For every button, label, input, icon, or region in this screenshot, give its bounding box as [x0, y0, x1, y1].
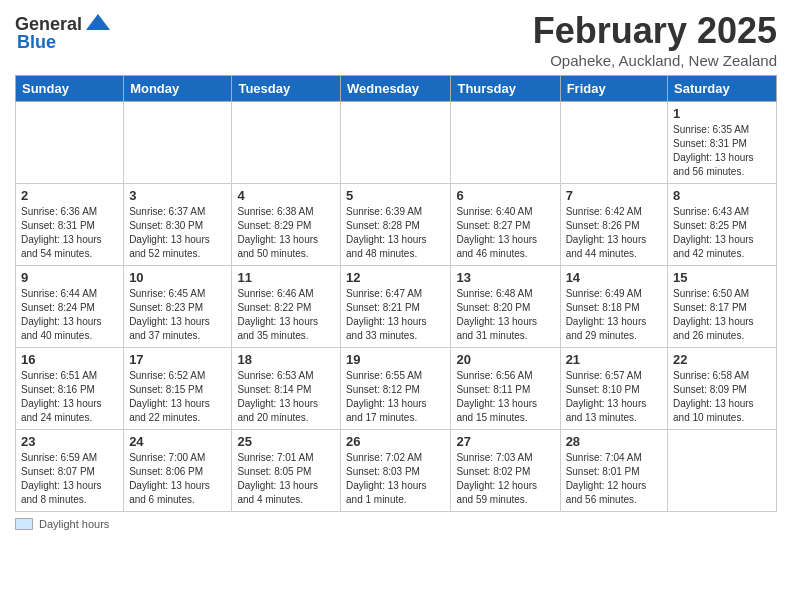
calendar-cell: 24Sunrise: 7:00 AM Sunset: 8:06 PM Dayli… [124, 430, 232, 512]
day-number: 28 [566, 434, 662, 449]
day-number: 21 [566, 352, 662, 367]
day-info: Sunrise: 6:39 AM Sunset: 8:28 PM Dayligh… [346, 205, 445, 261]
calendar-cell: 23Sunrise: 6:59 AM Sunset: 8:07 PM Dayli… [16, 430, 124, 512]
day-info: Sunrise: 6:52 AM Sunset: 8:15 PM Dayligh… [129, 369, 226, 425]
day-number: 15 [673, 270, 771, 285]
calendar-cell [124, 102, 232, 184]
calendar-cell [341, 102, 451, 184]
calendar-cell: 3Sunrise: 6:37 AM Sunset: 8:30 PM Daylig… [124, 184, 232, 266]
calendar-week-1: 1Sunrise: 6:35 AM Sunset: 8:31 PM Daylig… [16, 102, 777, 184]
calendar-cell: 15Sunrise: 6:50 AM Sunset: 8:17 PM Dayli… [668, 266, 777, 348]
logo-blue: Blue [17, 32, 56, 53]
day-number: 18 [237, 352, 335, 367]
day-number: 23 [21, 434, 118, 449]
calendar-cell: 2Sunrise: 6:36 AM Sunset: 8:31 PM Daylig… [16, 184, 124, 266]
day-info: Sunrise: 6:58 AM Sunset: 8:09 PM Dayligh… [673, 369, 771, 425]
calendar-cell: 27Sunrise: 7:03 AM Sunset: 8:02 PM Dayli… [451, 430, 560, 512]
day-info: Sunrise: 6:51 AM Sunset: 8:16 PM Dayligh… [21, 369, 118, 425]
day-number: 7 [566, 188, 662, 203]
calendar-cell [232, 102, 341, 184]
calendar-week-2: 2Sunrise: 6:36 AM Sunset: 8:31 PM Daylig… [16, 184, 777, 266]
calendar-table: SundayMondayTuesdayWednesdayThursdayFrid… [15, 75, 777, 512]
day-number: 22 [673, 352, 771, 367]
day-info: Sunrise: 6:42 AM Sunset: 8:26 PM Dayligh… [566, 205, 662, 261]
day-info: Sunrise: 6:35 AM Sunset: 8:31 PM Dayligh… [673, 123, 771, 179]
weekday-header-row: SundayMondayTuesdayWednesdayThursdayFrid… [16, 76, 777, 102]
calendar-cell [16, 102, 124, 184]
day-number: 11 [237, 270, 335, 285]
logo: General Blue [15, 10, 112, 53]
calendar-cell: 9Sunrise: 6:44 AM Sunset: 8:24 PM Daylig… [16, 266, 124, 348]
month-year-title: February 2025 [533, 10, 777, 52]
weekday-header-sunday: Sunday [16, 76, 124, 102]
calendar-week-4: 16Sunrise: 6:51 AM Sunset: 8:16 PM Dayli… [16, 348, 777, 430]
calendar-cell [451, 102, 560, 184]
day-info: Sunrise: 7:02 AM Sunset: 8:03 PM Dayligh… [346, 451, 445, 507]
logo-icon [84, 10, 112, 38]
day-info: Sunrise: 6:53 AM Sunset: 8:14 PM Dayligh… [237, 369, 335, 425]
day-info: Sunrise: 6:47 AM Sunset: 8:21 PM Dayligh… [346, 287, 445, 343]
day-number: 4 [237, 188, 335, 203]
day-number: 24 [129, 434, 226, 449]
page: General Blue February 2025 Opaheke, Auck… [0, 0, 792, 540]
day-info: Sunrise: 6:59 AM Sunset: 8:07 PM Dayligh… [21, 451, 118, 507]
calendar-week-5: 23Sunrise: 6:59 AM Sunset: 8:07 PM Dayli… [16, 430, 777, 512]
day-number: 6 [456, 188, 554, 203]
day-number: 13 [456, 270, 554, 285]
day-number: 19 [346, 352, 445, 367]
day-info: Sunrise: 6:36 AM Sunset: 8:31 PM Dayligh… [21, 205, 118, 261]
day-info: Sunrise: 6:50 AM Sunset: 8:17 PM Dayligh… [673, 287, 771, 343]
svg-rect-1 [95, 24, 101, 30]
day-number: 1 [673, 106, 771, 121]
weekday-header-wednesday: Wednesday [341, 76, 451, 102]
day-number: 12 [346, 270, 445, 285]
day-info: Sunrise: 6:48 AM Sunset: 8:20 PM Dayligh… [456, 287, 554, 343]
calendar-cell: 19Sunrise: 6:55 AM Sunset: 8:12 PM Dayli… [341, 348, 451, 430]
calendar-cell: 12Sunrise: 6:47 AM Sunset: 8:21 PM Dayli… [341, 266, 451, 348]
day-info: Sunrise: 6:56 AM Sunset: 8:11 PM Dayligh… [456, 369, 554, 425]
calendar-cell: 4Sunrise: 6:38 AM Sunset: 8:29 PM Daylig… [232, 184, 341, 266]
calendar-cell: 8Sunrise: 6:43 AM Sunset: 8:25 PM Daylig… [668, 184, 777, 266]
day-number: 27 [456, 434, 554, 449]
day-number: 17 [129, 352, 226, 367]
calendar-cell: 22Sunrise: 6:58 AM Sunset: 8:09 PM Dayli… [668, 348, 777, 430]
calendar-cell: 25Sunrise: 7:01 AM Sunset: 8:05 PM Dayli… [232, 430, 341, 512]
calendar-cell: 13Sunrise: 6:48 AM Sunset: 8:20 PM Dayli… [451, 266, 560, 348]
calendar-cell: 20Sunrise: 6:56 AM Sunset: 8:11 PM Dayli… [451, 348, 560, 430]
calendar-cell: 18Sunrise: 6:53 AM Sunset: 8:14 PM Dayli… [232, 348, 341, 430]
weekday-header-friday: Friday [560, 76, 667, 102]
day-number: 20 [456, 352, 554, 367]
day-info: Sunrise: 6:40 AM Sunset: 8:27 PM Dayligh… [456, 205, 554, 261]
day-info: Sunrise: 7:04 AM Sunset: 8:01 PM Dayligh… [566, 451, 662, 507]
calendar-week-3: 9Sunrise: 6:44 AM Sunset: 8:24 PM Daylig… [16, 266, 777, 348]
weekday-header-monday: Monday [124, 76, 232, 102]
calendar-cell: 16Sunrise: 6:51 AM Sunset: 8:16 PM Dayli… [16, 348, 124, 430]
day-info: Sunrise: 7:00 AM Sunset: 8:06 PM Dayligh… [129, 451, 226, 507]
day-info: Sunrise: 6:49 AM Sunset: 8:18 PM Dayligh… [566, 287, 662, 343]
calendar-cell [668, 430, 777, 512]
day-number: 9 [21, 270, 118, 285]
calendar-cell: 14Sunrise: 6:49 AM Sunset: 8:18 PM Dayli… [560, 266, 667, 348]
calendar-cell: 28Sunrise: 7:04 AM Sunset: 8:01 PM Dayli… [560, 430, 667, 512]
day-info: Sunrise: 7:01 AM Sunset: 8:05 PM Dayligh… [237, 451, 335, 507]
calendar-cell: 6Sunrise: 6:40 AM Sunset: 8:27 PM Daylig… [451, 184, 560, 266]
day-number: 2 [21, 188, 118, 203]
day-info: Sunrise: 6:44 AM Sunset: 8:24 PM Dayligh… [21, 287, 118, 343]
day-info: Sunrise: 6:46 AM Sunset: 8:22 PM Dayligh… [237, 287, 335, 343]
day-info: Sunrise: 6:55 AM Sunset: 8:12 PM Dayligh… [346, 369, 445, 425]
header: General Blue February 2025 Opaheke, Auck… [15, 10, 777, 69]
calendar-cell: 26Sunrise: 7:02 AM Sunset: 8:03 PM Dayli… [341, 430, 451, 512]
day-number: 26 [346, 434, 445, 449]
calendar-cell: 10Sunrise: 6:45 AM Sunset: 8:23 PM Dayli… [124, 266, 232, 348]
calendar-cell: 17Sunrise: 6:52 AM Sunset: 8:15 PM Dayli… [124, 348, 232, 430]
calendar-cell: 1Sunrise: 6:35 AM Sunset: 8:31 PM Daylig… [668, 102, 777, 184]
location-subtitle: Opaheke, Auckland, New Zealand [533, 52, 777, 69]
day-info: Sunrise: 6:38 AM Sunset: 8:29 PM Dayligh… [237, 205, 335, 261]
day-info: Sunrise: 6:43 AM Sunset: 8:25 PM Dayligh… [673, 205, 771, 261]
day-number: 10 [129, 270, 226, 285]
calendar-cell: 21Sunrise: 6:57 AM Sunset: 8:10 PM Dayli… [560, 348, 667, 430]
day-number: 14 [566, 270, 662, 285]
day-info: Sunrise: 6:37 AM Sunset: 8:30 PM Dayligh… [129, 205, 226, 261]
weekday-header-saturday: Saturday [668, 76, 777, 102]
calendar-cell: 11Sunrise: 6:46 AM Sunset: 8:22 PM Dayli… [232, 266, 341, 348]
